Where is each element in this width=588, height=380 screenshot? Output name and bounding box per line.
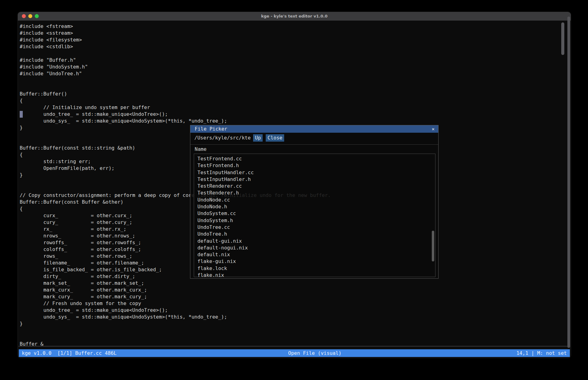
status-file-info: kge v1.0.0 [1/1] Buffer.cc 486L xyxy=(22,349,117,357)
code-line: #include "UndoTree.h" xyxy=(20,70,561,77)
code-line: #include "Buffer.h" xyxy=(20,57,561,64)
editor-scrollbar-thumb[interactable] xyxy=(561,22,564,55)
file-item[interactable]: flake.nix xyxy=(197,272,435,277)
file-item[interactable]: default.nix xyxy=(197,251,435,258)
code-line: #include <cstdlib> xyxy=(20,43,561,50)
dialog-title: File Picker xyxy=(195,125,227,133)
editor-window: kge - kyle's text editor v1.0.0 #include… xyxy=(18,12,571,358)
code-line: mark_set_ = other.mark_set_; xyxy=(20,280,561,287)
code-line xyxy=(20,327,561,334)
code-line xyxy=(20,84,561,91)
status-mode: Open File (visual) xyxy=(288,349,341,357)
code-line xyxy=(20,334,561,341)
code-line: #include "UndoSystem.h" xyxy=(20,64,561,70)
file-item[interactable]: UndoSystem.h xyxy=(197,217,435,224)
code-line: #include <fstream> xyxy=(20,23,561,30)
code-line: mark_curx_ = other.mark_curx_; xyxy=(20,287,561,293)
file-item[interactable]: default-nogui.nix xyxy=(197,245,435,251)
file-item[interactable]: UndoNode.h xyxy=(197,203,435,210)
screen: kge - kyle's text editor v1.0.0 #include… xyxy=(0,0,588,380)
name-column-header: Name xyxy=(195,146,207,153)
code-line: mark_cury_ = other.mark_cury_; xyxy=(20,293,561,300)
code-line: #include <sstream> xyxy=(20,30,561,37)
file-item[interactable]: TestFrontend.cc xyxy=(197,155,435,162)
code-line xyxy=(20,50,561,57)
file-item[interactable]: default-gui.nix xyxy=(197,238,435,245)
dialog-divider xyxy=(190,144,438,145)
file-list-scrollbar-thumb[interactable] xyxy=(432,231,434,261)
file-item[interactable]: flake-gui.nix xyxy=(197,258,435,265)
up-button[interactable]: Up xyxy=(253,134,263,142)
file-item[interactable]: UndoSystem.cc xyxy=(197,210,435,217)
file-item[interactable]: UndoTree.h xyxy=(197,231,435,237)
code-line: } xyxy=(20,320,561,327)
file-item[interactable]: TestRenderer.cc xyxy=(197,183,435,190)
status-cursor-position: 14,1 | M: not set xyxy=(516,349,567,357)
window-scrollbar-track[interactable] xyxy=(567,17,570,348)
window-titlebar: kge - kyle's text editor v1.0.0 xyxy=(18,12,571,21)
dialog-close-icon[interactable]: ✕ xyxy=(432,125,435,133)
file-item[interactable]: UndoNode.cc xyxy=(197,197,435,203)
editor-bottom-divider xyxy=(18,346,570,347)
text-cursor xyxy=(20,111,23,118)
current-path: /Users/kyle/src/kte xyxy=(194,135,251,141)
status-bar: kge v1.0.0 [1/1] Buffer.cc 486L Open Fil… xyxy=(19,349,570,357)
file-item[interactable]: UndoTree.cc xyxy=(197,224,435,231)
code-line: undo_sys_ = std::make_unique<UndoSystem>… xyxy=(20,314,561,320)
file-item[interactable]: TestInputHandler.cc xyxy=(197,169,435,176)
code-line: { xyxy=(20,97,561,104)
code-line: undo_tree_ = std::make_unique<UndoTree>(… xyxy=(20,111,561,118)
code-line: // Initialize undo system per buffer xyxy=(20,104,561,111)
file-item[interactable]: flake.lock xyxy=(197,265,435,272)
file-picker-dialog: File Picker ✕ /Users/kyle/src/kte Up Clo… xyxy=(190,125,439,279)
code-line: undo_tree_ = std::make_unique<UndoTree>(… xyxy=(20,307,561,314)
code-line: undo_sys_ = std::make_unique<UndoSystem>… xyxy=(20,118,561,124)
window-title: kge - kyle's text editor v1.0.0 xyxy=(18,12,571,21)
close-button[interactable]: Close xyxy=(266,134,284,142)
code-line: #include <filesystem> xyxy=(20,37,561,43)
file-item[interactable]: TestInputHandler.h xyxy=(197,176,435,183)
file-item[interactable]: TestRenderer.h xyxy=(197,190,435,196)
file-item[interactable]: TestFrontend.h xyxy=(197,162,435,169)
dialog-titlebar: File Picker ✕ xyxy=(190,125,438,133)
code-line xyxy=(20,77,561,84)
code-line: // Fresh undo system for the copy xyxy=(20,300,561,307)
code-line: Buffer::Buffer() xyxy=(20,91,561,97)
file-list: TestFrontend.cc TestFrontend.h TestInput… xyxy=(194,154,435,277)
